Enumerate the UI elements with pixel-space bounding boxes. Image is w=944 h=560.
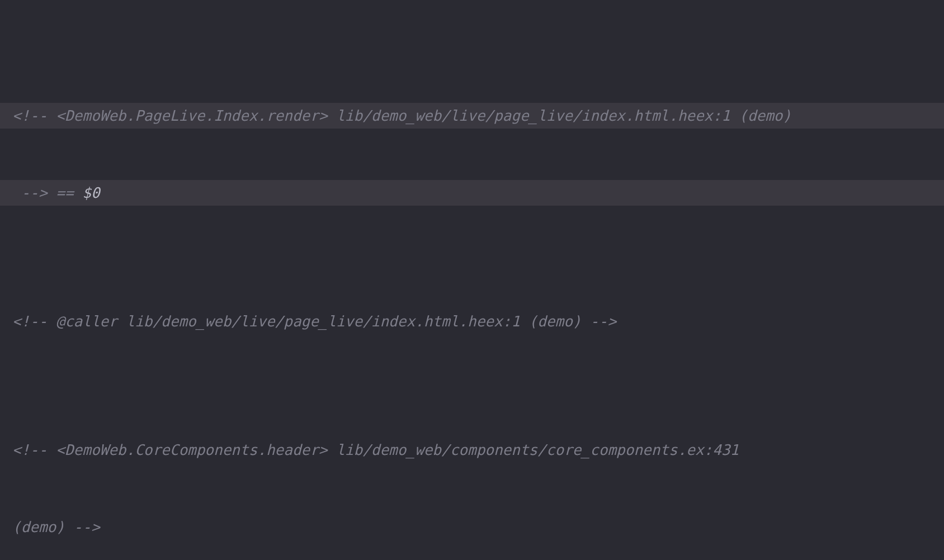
source-path: lib/demo_web/live/page_live/index.html.h… (328, 107, 792, 124)
dom-inspector-panel: <!-- <DemoWeb.PageLive.Index.render> lib… (0, 0, 944, 560)
dollar-zero: $0 (82, 184, 100, 201)
header-component-comment-2[interactable]: (demo) --> (0, 514, 944, 540)
selected-node-line-1[interactable]: <!-- <DemoWeb.PageLive.Index.render> lib… (0, 103, 944, 129)
selected-node-line-2[interactable]: --> == $0 (0, 180, 944, 206)
caller-comment-1[interactable]: <!-- @caller lib/demo_web/live/page_live… (0, 309, 944, 334)
equals: == (48, 184, 83, 201)
module-name: <DemoWeb.PageLive.Index.render> (56, 107, 327, 124)
comment-open: <!-- (12, 107, 56, 124)
header-component-comment-1[interactable]: <!-- <DemoWeb.CoreComponents.header> lib… (0, 437, 944, 463)
comment-close: --> (12, 184, 48, 201)
